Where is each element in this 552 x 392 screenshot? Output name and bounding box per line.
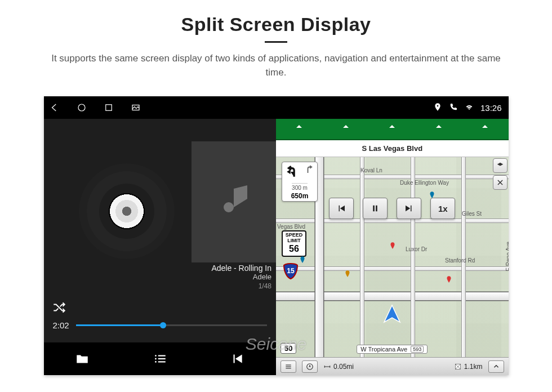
- album-art-placeholder: [192, 141, 276, 262]
- turn-right-next-icon: [304, 164, 314, 181]
- nav-footer: 0.05mi 1.1km: [276, 357, 509, 375]
- location-icon: [433, 103, 442, 113]
- song-title: Adele - Rolling In: [211, 264, 271, 273]
- svg-rect-14: [286, 368, 291, 368]
- zoom-scale-value: 0.05mi: [333, 363, 354, 371]
- nav-collapse-button[interactable]: [488, 360, 504, 373]
- svg-rect-6: [158, 358, 166, 359]
- road-label: Duke Ellington Way: [400, 180, 449, 186]
- page-subtitle: It supports the same screen display of t…: [45, 52, 507, 79]
- lane-arrow-icon: [479, 122, 491, 136]
- current-street-number: 593: [411, 346, 424, 353]
- svg-rect-10: [373, 206, 375, 212]
- svg-rect-11: [376, 206, 377, 212]
- gallery-icon[interactable]: [131, 103, 141, 113]
- shuffle-icon[interactable]: [52, 300, 66, 315]
- svg-text:15: 15: [287, 267, 295, 275]
- track-index: 1/48: [211, 282, 271, 290]
- poi-pin-icon[interactable]: [299, 256, 306, 264]
- song-meta: Adele - Rolling In Adele 1/48: [211, 264, 276, 293]
- svg-rect-1: [105, 105, 112, 111]
- device-screen: Adele - Rolling In Adele 1/48 2:02: [44, 96, 509, 375]
- road-label: Koval Ln: [360, 167, 382, 173]
- wifi-icon: [465, 103, 474, 113]
- music-bottom-bar: [44, 342, 277, 375]
- turn-instruction: 300 m 650m: [282, 162, 318, 202]
- speed-limit-label: SPEED LIMIT: [283, 233, 305, 244]
- interstate-shield-icon: 15: [282, 262, 300, 280]
- svg-rect-13: [286, 366, 291, 367]
- svg-rect-4: [158, 355, 166, 357]
- lane-arrow-icon: [433, 122, 444, 136]
- vinyl-disc: [99, 184, 154, 239]
- lane-arrow-icon: [340, 122, 351, 136]
- route-prev-button[interactable]: [329, 198, 354, 219]
- poi-pin-icon[interactable]: [428, 191, 436, 199]
- poi-pin-icon[interactable]: [389, 242, 397, 250]
- next-street-banner: S Las Vegas Blvd: [276, 140, 509, 157]
- recents-icon[interactable]: [104, 103, 114, 113]
- next-street-name: S Las Vegas Blvd: [362, 144, 422, 153]
- speed-limit-sign: SPEED LIMIT 56: [282, 230, 306, 256]
- phone-icon: [449, 103, 458, 113]
- shuffle-row: [44, 293, 277, 320]
- road-label: Vegas Blvd: [277, 224, 305, 230]
- page-title: Split Screen Display: [23, 14, 529, 35]
- map-area[interactable]: Koval Ln Duke Ellington Way Giles St E R…: [276, 157, 509, 357]
- previous-track-icon[interactable]: [230, 351, 244, 366]
- lane-guidance-bar: [276, 119, 509, 140]
- android-status-bar: 13:26: [276, 96, 509, 119]
- zoom-scale: 0.05mi: [323, 363, 354, 371]
- music-app: Adele - Rolling In Adele 1/48 2:02: [44, 96, 277, 375]
- route-next-button[interactable]: [397, 198, 421, 219]
- current-street-chip: W Tropicana Ave 593: [357, 345, 428, 354]
- road-label: Luxor Dr: [406, 246, 427, 252]
- progress-knob[interactable]: [160, 322, 166, 328]
- svg-rect-12: [286, 364, 291, 365]
- svg-point-5: [155, 358, 157, 360]
- map-playback-controls: 1x: [329, 198, 455, 219]
- road-label: Giles St: [462, 211, 482, 217]
- svg-rect-8: [158, 362, 166, 363]
- back-icon[interactable]: [50, 103, 60, 113]
- map-layers-button[interactable]: [493, 158, 508, 173]
- playlist-icon[interactable]: [153, 351, 167, 366]
- turn-next-distance: 300 m: [292, 183, 308, 191]
- route-pause-button[interactable]: [363, 198, 388, 219]
- progress-bar[interactable]: [76, 324, 267, 326]
- current-speed: 50: [281, 343, 296, 354]
- android-navbar: [44, 96, 277, 119]
- speed-limit-value: 56: [283, 244, 305, 254]
- distance-remaining: 1.1km: [454, 363, 483, 371]
- map-corner-buttons: [493, 158, 508, 190]
- turn-distance: 650m: [291, 192, 309, 200]
- music-body: Adele - Rolling In Adele 1/48 2:02: [44, 119, 277, 342]
- lane-arrow-icon: [386, 122, 398, 136]
- progress-fill: [76, 324, 160, 326]
- current-street-name: W Tropicana Ave: [360, 346, 407, 353]
- svg-point-3: [155, 355, 157, 357]
- turn-left-icon: [286, 164, 300, 181]
- nav-menu-button[interactable]: [281, 360, 296, 373]
- svg-point-7: [155, 361, 157, 363]
- folder-icon[interactable]: [75, 351, 90, 366]
- road-label: E Reno Ave: [505, 242, 509, 271]
- nav-compass-button[interactable]: [302, 360, 318, 373]
- home-icon[interactable]: [77, 103, 87, 113]
- distance-remaining-value: 1.1km: [464, 363, 483, 371]
- elapsed-time: 2:02: [53, 320, 69, 330]
- map-close-button[interactable]: [493, 175, 508, 190]
- poi-pin-icon[interactable]: [445, 275, 453, 283]
- poi-pin-icon[interactable]: [344, 270, 351, 278]
- nav-cursor-icon: [381, 303, 403, 326]
- status-time: 13:26: [480, 103, 502, 113]
- progress-row: 2:02: [44, 320, 277, 342]
- svg-point-0: [78, 104, 85, 111]
- lane-arrow-icon: [293, 122, 305, 136]
- title-underline: [265, 41, 287, 43]
- navigation-app: 13:26 S Las Vegas Blvd Koval Ln Duke Ell…: [276, 96, 509, 375]
- page-header: Split Screen Display It supports the sam…: [0, 0, 552, 86]
- route-speed-multiplier[interactable]: 1x: [430, 198, 455, 219]
- song-artist: Adele: [211, 273, 271, 281]
- road-label: Stanford Rd: [445, 257, 475, 264]
